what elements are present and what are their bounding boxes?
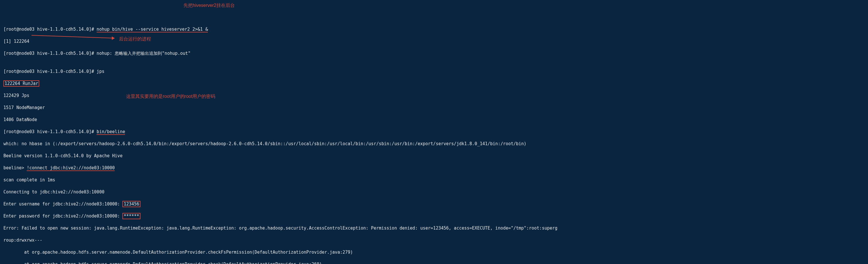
- shell-prompt: [root@node03 hive-1.1.0-cdh5.14.0]#: [3, 129, 97, 134]
- password-prompt: Enter password for jdbc:hive2://node03:1…: [3, 213, 122, 219]
- password-value: ******: [122, 213, 140, 219]
- terminal-error-line: roup:drwxrwx---: [3, 237, 865, 243]
- terminal-line: 1406 DataNode: [3, 117, 865, 123]
- terminal-stack-line: at org.apache.hadoop.hdfs.server.namenod…: [3, 261, 865, 264]
- terminal-line: Enter password for jdbc:hive2://node03:1…: [3, 213, 865, 219]
- arrow-icon: [32, 33, 118, 41]
- annotation-root-password: 这里其实要用的是root用户的root用户的密码: [126, 93, 215, 99]
- terminal-line: Connecting to jdbc:hive2://node03:10000: [3, 189, 865, 195]
- terminal-stack-line: at org.apache.hadoop.hdfs.server.namenod…: [3, 250, 865, 255]
- terminal-line: Beeline version 1.1.0-cdh5.14.0 by Apach…: [3, 153, 865, 159]
- annotation-hiveserver2: 先把hiveserver2挂在后台: [183, 2, 235, 9]
- output-text: nohup: 忽略输入并把输出追加到"nohup.out": [97, 51, 191, 56]
- terminal-line: scan complete in 1ms: [3, 177, 865, 183]
- svg-marker-1: [112, 36, 115, 40]
- shell-prompt: [root@node03 hive-1.1.0-cdh5.14.0]#: [3, 51, 97, 56]
- username-prompt: Enter username for jdbc:hive2://node03:1…: [3, 201, 122, 207]
- command-beeline: bin/beeline: [97, 129, 125, 135]
- terminal-line: beeline> !connect jdbc:hive2://node03:10…: [3, 165, 865, 171]
- shell-prompt: [root@node03 hive-1.1.0-cdh5.14.0]#: [3, 69, 97, 74]
- terminal-line: Enter username for jdbc:hive2://node03:1…: [3, 201, 865, 207]
- terminal-line: [root@node03 hive-1.1.0-cdh5.14.0]# bin/…: [3, 129, 865, 135]
- beeline-prompt: beeline>: [3, 165, 27, 171]
- terminal-line: [root@node03 hive-1.1.0-cdh5.14.0]# jps: [3, 68, 865, 75]
- svg-line-0: [32, 35, 115, 38]
- jps-runjar: 122264 RunJar: [3, 80, 39, 87]
- terminal-line: 122264 RunJar: [3, 81, 865, 87]
- terminal-line: 1517 NodeManager: [3, 105, 865, 111]
- username-value: 123456: [122, 201, 140, 207]
- terminal-line: [root@node03 hive-1.1.0-cdh5.14.0]# nohu…: [3, 26, 865, 32]
- command-jps: jps: [97, 69, 104, 74]
- terminal-line: which: no hbase in (:/export/servers/had…: [3, 141, 865, 147]
- command-connect: !connect jdbc:hive2://node03:10000: [27, 165, 115, 171]
- command-nohup: nohup bin/hive --service hiveserver2 2>&…: [97, 27, 208, 32]
- terminal-error-line: Error: Failed to open new session: java.…: [3, 225, 865, 231]
- annotation-background-process: 后台运行的进程: [119, 36, 151, 42]
- terminal-line: [root@node03 hive-1.1.0-cdh5.14.0]# nohu…: [3, 51, 865, 57]
- shell-prompt: [root@node03 hive-1.1.0-cdh5.14.0]#: [3, 27, 97, 32]
